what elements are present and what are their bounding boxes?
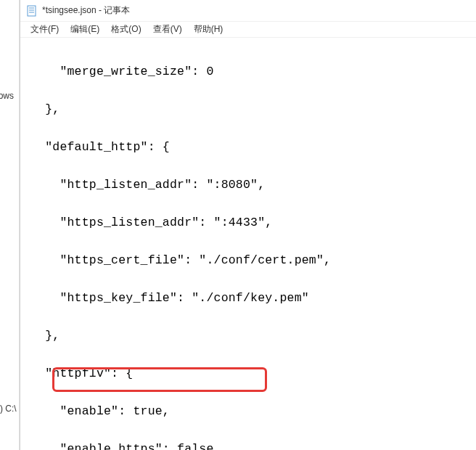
background-text: lows — [0, 91, 14, 101]
code-line: "https_key_file": "./conf/key.pem" — [30, 289, 473, 308]
code-line: "merge_write_size": 0 — [30, 62, 473, 81]
title-bar[interactable]: *tsingsee.json - 记事本 — [20, 0, 476, 22]
code-line: "enable": true, — [30, 402, 473, 421]
menu-view[interactable]: 查看(V) — [147, 22, 188, 37]
code-line: "http_listen_addr": ":8080", — [30, 176, 473, 195]
code-line: "https_listen_addr": ":4433", — [30, 213, 473, 232]
code-line: }, — [30, 327, 473, 345]
menu-bar: 文件(F) 编辑(E) 格式(O) 查看(V) 帮助(H) — [20, 22, 476, 38]
code-line: "https_cert_file": "./conf/cert.pem", — [30, 251, 473, 270]
menu-file[interactable]: 文件(F) — [25, 22, 65, 37]
background-text: ) C:\ — [0, 404, 17, 414]
svg-rect-0 — [28, 6, 36, 16]
notepad-window: *tsingsee.json - 记事本 文件(F) 编辑(E) 格式(O) 查… — [20, 0, 476, 450]
code-line: }, — [30, 100, 473, 119]
menu-format[interactable]: 格式(O) — [105, 22, 147, 37]
menu-edit[interactable]: 编辑(E) — [65, 22, 105, 37]
code-line: "httpflv": { — [30, 364, 473, 383]
text-editor-content[interactable]: "merge_write_size": 0 }, "default_http":… — [20, 38, 476, 450]
code-line: "default_http": { — [30, 138, 473, 157]
menu-help[interactable]: 帮助(H) — [188, 22, 229, 37]
background-window-fragment: lows ) C:\ — [0, 0, 20, 450]
code-line: "enable_https": false, — [30, 440, 473, 450]
notepad-icon — [26, 5, 38, 17]
window-title: *tsingsee.json - 记事本 — [42, 4, 130, 17]
